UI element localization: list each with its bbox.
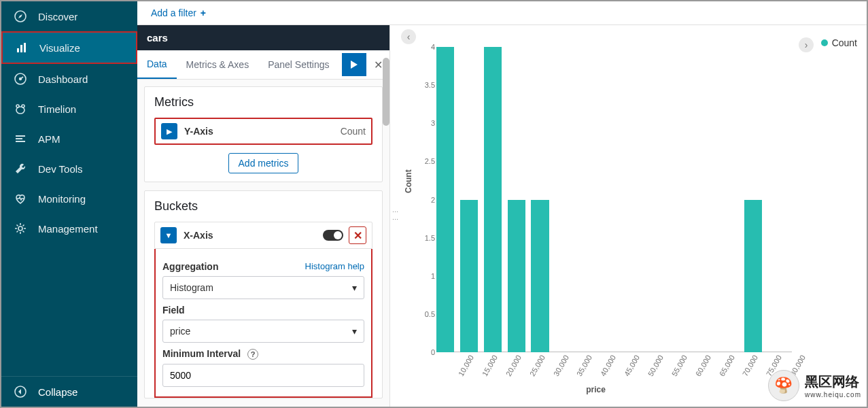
chart-ytick: 1 [431,272,435,280]
chart-ytick: 4 [431,43,435,51]
watermark-text: 黑区网络 [805,373,861,391]
caret-down-icon: ▾ [352,326,357,337]
svg-point-9 [18,226,22,231]
apply-changes-button[interactable] [342,53,366,76]
chart-xticks: 10,00015,00020,00025,00030,00035,00040,0… [436,354,792,384]
chart-xtick: 20,000 [504,354,523,377]
chart-panel: ‹ › Count Count 00.511.522.533.54 10,000… [400,25,867,407]
chart-xtick: 40,000 [599,354,617,377]
xaxis-row[interactable]: ▼ X-Axis ✕ [154,222,372,249]
chart-bar[interactable] [508,200,525,353]
xaxis-label: X-Axis [184,230,213,241]
chart-xtick: 35,000 [575,354,593,377]
field-value: price [170,326,190,337]
config-tabs: Data Metrics & Axes Panel Settings ✕ [137,50,389,80]
chart-xtick: 50,000 [646,354,665,377]
field-label: Field [162,305,364,316]
aggregation-label: Aggregation Histogram help [162,261,364,272]
svg-point-8 [16,107,24,114]
sidebar-item-label: Management [38,223,98,235]
watermark: 🍄 黑区网络 www.heiqu.com [768,370,861,401]
svg-rect-2 [20,45,22,52]
index-name-bar[interactable]: cars [137,25,389,50]
add-filter-button[interactable]: Add a filter + [151,7,206,18]
svg-rect-1 [17,48,19,52]
chart-bar[interactable] [484,47,502,352]
aggregation-value: Histogram [170,282,213,293]
aggregation-select[interactable]: Histogram ▾ [162,276,364,299]
chart-xtick: 25,000 [528,354,546,377]
yaxis-row[interactable]: ▶ Y-Axis Count [154,118,372,145]
chart-legend[interactable]: Count [821,37,857,48]
metrics-title: Metrics [154,95,372,109]
sidebar: Discover Visualize Dashboard Timelion AP… [1,1,137,407]
sidebar-item-devtools[interactable]: Dev Tools [1,154,137,184]
sidebar-item-discover[interactable]: Discover [1,1,137,31]
sidebar-item-visualize[interactable]: Visualize [1,31,137,64]
chart-ytick: 2 [431,196,435,204]
chart-xtick: 10,000 [457,354,475,377]
add-metrics-button[interactable]: Add metrics [228,153,299,173]
field-select[interactable]: price ▾ [162,320,364,343]
chart-bar[interactable] [744,200,762,353]
svg-rect-3 [24,43,26,52]
caret-down-icon: ▾ [352,282,357,293]
sidebar-item-timelion[interactable]: Timelion [1,94,137,124]
caret-right-icon: ▶ [161,123,177,139]
chart-xtick: 60,000 [694,354,712,377]
interval-input[interactable] [162,364,364,387]
chart-xtick: 30,000 [551,354,570,377]
watermark-sub: www.heiqu.com [805,391,861,398]
chart-bar[interactable] [531,200,549,353]
tab-data[interactable]: Data [137,50,177,79]
grip-icon: ⋮⋮ [392,209,398,224]
interval-label: Minimum Interval ? [162,348,364,360]
sidebar-item-management[interactable]: Management [1,214,137,243]
sidebar-item-label: APM [38,133,60,145]
buckets-title: Buckets [154,199,372,214]
play-icon [350,60,358,69]
scrollbar-thumb[interactable] [383,58,389,126]
heartbeat-icon [14,192,27,205]
gauge-icon [14,72,27,86]
svg-point-5 [20,78,22,80]
sidebar-collapse[interactable]: Collapse [1,376,137,407]
chart-ytick: 3.5 [425,81,435,89]
chart-forward-button[interactable]: › [799,37,814,52]
chevron-right-icon: › [805,39,808,50]
chart-bar[interactable] [436,47,454,352]
main: Add a filter + cars Data Metrics & Axes … [137,1,867,407]
bear-icon [14,102,27,116]
histogram-help-link[interactable]: Histogram help [305,261,364,271]
sidebar-item-dashboard[interactable]: Dashboard [1,64,137,94]
chart-back-button[interactable]: ‹ [401,29,416,44]
chart-bar[interactable] [460,200,478,353]
tab-metrics-axes[interactable]: Metrics & Axes [177,51,259,78]
bar-chart-icon [15,41,29,54]
sidebar-item-apm[interactable]: APM [1,124,137,154]
panel-splitter[interactable]: ⋮⋮ [390,25,400,407]
remove-bucket-button[interactable]: ✕ [349,226,366,244]
list-icon [14,132,27,146]
buckets-panel: Buckets ▼ X-Axis ✕ Aggregation Histogram… [144,190,383,398]
plus-icon: + [201,7,206,18]
filter-bar: Add a filter + [137,1,867,25]
chart-xtick: 45,000 [623,354,641,377]
legend-dot-icon [821,39,828,46]
chevron-left-icon: ‹ [407,31,411,42]
help-icon[interactable]: ? [247,349,258,360]
sidebar-item-label: Discover [38,11,77,22]
bucket-editor: Aggregation Histogram help Histogram ▾ F… [154,249,372,398]
tab-panel-settings[interactable]: Panel Settings [258,51,338,78]
sidebar-item-label: Dev Tools [38,163,83,175]
chart-ytick: 1.5 [425,234,435,242]
yaxis-label: Y-Axis [184,126,213,137]
chart-ylabel: Count [404,169,413,193]
chart-plot-area [436,47,792,352]
xaxis-toggle[interactable] [323,230,343,241]
add-filter-label: Add a filter [151,7,196,18]
chart-xlabel: price [400,385,792,394]
sidebar-item-monitoring[interactable]: Monitoring [1,184,137,214]
wrench-icon [14,162,27,175]
legend-label: Count [832,37,857,48]
